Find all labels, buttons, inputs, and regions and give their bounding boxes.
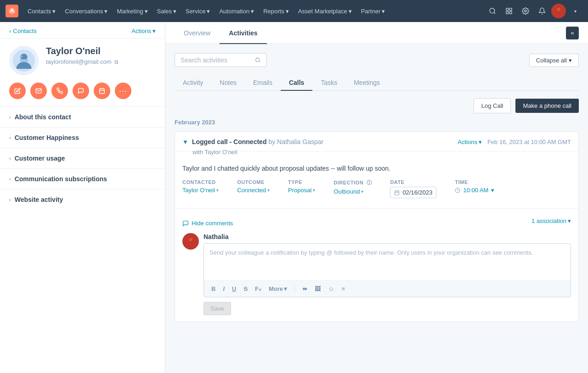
happiness-section-header[interactable]: › Customer Happiness: [0, 128, 165, 148]
outcome-col: Outcome Connected ▾: [237, 179, 270, 198]
comment-input-area: Send your colleague a notification by ty…: [204, 243, 571, 297]
subscriptions-section: › Communication subscriptions: [0, 168, 165, 189]
call-button[interactable]: [51, 83, 68, 99]
hubspot-logo[interactable]: [6, 5, 18, 17]
tab-meetings[interactable]: Meetings: [345, 74, 388, 91]
calendar-icon: [394, 190, 400, 195]
chevron-right-icon: ›: [9, 156, 11, 161]
notifications-icon[interactable]: [535, 4, 549, 18]
card-actions-link[interactable]: Actions ▾: [458, 139, 482, 145]
format-button[interactable]: Fₓ: [253, 284, 263, 293]
chevron-right-icon: ›: [9, 135, 11, 140]
card-collapse-toggle[interactable]: ▼: [182, 139, 188, 145]
contacted-value[interactable]: Taylor O'neil ▾: [182, 187, 219, 194]
sidebar-header: ‹ Contacts Actions ▾: [0, 22, 165, 39]
tab-overview[interactable]: Overview: [175, 22, 220, 44]
more-formatting-button[interactable]: More ▾: [267, 284, 289, 293]
nav-item-conversations[interactable]: Conversations ▾: [61, 6, 111, 17]
type-value[interactable]: Proposal ▾: [288, 187, 315, 194]
website-activity-section: › Website activity: [0, 189, 165, 210]
comment-placeholder[interactable]: Send your colleague a notification by ty…: [204, 244, 571, 280]
comment-toolbar: B I U S Fₓ More ▾: [204, 280, 571, 297]
italic-button[interactable]: I: [221, 284, 226, 293]
comment-icon: [182, 220, 189, 227]
list-button[interactable]: ≡: [339, 284, 347, 293]
nav-item-automation[interactable]: Automation ▾: [215, 6, 258, 17]
edit-button[interactable]: [9, 83, 26, 99]
search-input[interactable]: [181, 56, 251, 64]
direction-value[interactable]: Outbound ▾: [334, 188, 372, 195]
image-button[interactable]: 🖼: [313, 284, 322, 293]
search-icon[interactable]: [485, 4, 500, 18]
nav-item-partner[interactable]: Partner ▾: [357, 6, 389, 17]
make-phone-call-button[interactable]: Make a phone call: [515, 99, 579, 113]
tab-emails[interactable]: Emails: [245, 74, 281, 91]
association-link[interactable]: 1 association ▾: [531, 217, 571, 224]
chevron-right-icon: ›: [9, 176, 11, 182]
nav-item-service[interactable]: Service ▾: [182, 6, 214, 17]
chevron-right-icon: ›: [9, 197, 11, 202]
nav-item-reports[interactable]: Reports ▾: [260, 6, 293, 17]
emoji-button[interactable]: ☺: [326, 284, 336, 293]
link-button[interactable]: ⬌: [300, 284, 309, 293]
search-box: [175, 53, 266, 67]
happiness-section: › Customer Happiness: [0, 127, 165, 148]
nav-item-sales[interactable]: Sales ▾: [153, 6, 181, 17]
collapse-panel-button[interactable]: «: [566, 27, 579, 39]
call-note: Taylor and I chatted quickly about propo…: [182, 165, 571, 172]
nav-item-asset-marketplace[interactable]: Asset Marketplace ▾: [294, 6, 356, 17]
marketplace-icon[interactable]: [502, 4, 516, 18]
svg-rect-6: [506, 11, 509, 14]
user-avatar[interactable]: [551, 4, 566, 18]
svg-rect-12: [20, 59, 28, 62]
date-picker[interactable]: 02/16/2023: [390, 187, 436, 198]
contact-name: Taylor O'neil: [46, 46, 156, 56]
svg-line-3: [494, 12, 495, 14]
settings-icon[interactable]: [518, 4, 533, 18]
breadcrumb[interactable]: ‹ Contacts: [9, 28, 37, 34]
email-button[interactable]: [30, 83, 47, 99]
call-card-meta: Actions ▾ Feb 16, 2023 at 10:00 AM GMT: [458, 139, 571, 145]
save-comment-button[interactable]: Save: [204, 302, 231, 315]
tab-activities[interactable]: Activities: [220, 22, 266, 44]
call-card: ▼ Logged call - Connected by Nathalia Ga…: [175, 131, 579, 322]
bold-button[interactable]: B: [209, 284, 217, 293]
contacted-col: Contacted Taylor O'neil ▾: [182, 179, 219, 198]
copy-email-icon[interactable]: ⧉: [114, 59, 119, 65]
tab-activity[interactable]: Activity: [175, 74, 211, 91]
call-date: Feb 16, 2023 at 10:00 AM GMT: [487, 139, 571, 145]
contact-sidebar: ‹ Contacts Actions ▾ Ta: [0, 22, 165, 373]
main-content: Overview Activities « Collapse all ▾: [165, 22, 588, 373]
website-activity-section-header[interactable]: › Website activity: [0, 189, 165, 210]
schedule-button[interactable]: [94, 83, 110, 99]
underline-button[interactable]: U: [230, 284, 238, 293]
tab-calls[interactable]: Calls: [281, 74, 312, 91]
log-call-button[interactable]: Log Call: [474, 98, 511, 113]
account-chevron-icon[interactable]: ▾: [568, 4, 582, 18]
tab-tasks[interactable]: Tasks: [312, 74, 345, 91]
nav-item-contacts[interactable]: Contacts ▾: [24, 6, 59, 17]
more-actions-button[interactable]: ···: [115, 83, 131, 99]
contact-info: Taylor O'neil taylorofoneil@gmail.com ⧉: [0, 39, 165, 83]
actions-button[interactable]: Actions ▾: [131, 28, 156, 34]
chat-button[interactable]: [73, 83, 89, 99]
strikethrough-button[interactable]: S: [242, 284, 249, 293]
svg-rect-7: [509, 11, 512, 14]
subscriptions-section-header[interactable]: › Communication subscriptions: [0, 169, 165, 189]
about-section-header[interactable]: › About this contact: [0, 107, 165, 127]
clock-icon: [455, 188, 460, 193]
svg-rect-14: [100, 89, 105, 94]
usage-section-header[interactable]: › Customer usage: [0, 148, 165, 168]
search-icon: [255, 57, 260, 63]
contact-details: Taylor O'neil taylorofoneil@gmail.com ⧉: [46, 46, 156, 65]
tab-notes[interactable]: Notes: [211, 74, 245, 91]
dropdown-arrow-icon: ▾: [267, 188, 270, 193]
hide-comments-toggle[interactable]: Hide comments: [182, 215, 233, 227]
time-picker[interactable]: 10:00 AM ▾: [455, 187, 494, 194]
month-label: February 2023: [175, 119, 579, 126]
collapse-all-button[interactable]: Collapse all ▾: [529, 54, 579, 67]
commenter-name: Nathalia: [204, 233, 571, 240]
dropdown-arrow-icon: ▾: [313, 188, 315, 193]
nav-item-marketing[interactable]: Marketing ▾: [113, 6, 151, 17]
outcome-value[interactable]: Connected ▾: [237, 187, 270, 194]
